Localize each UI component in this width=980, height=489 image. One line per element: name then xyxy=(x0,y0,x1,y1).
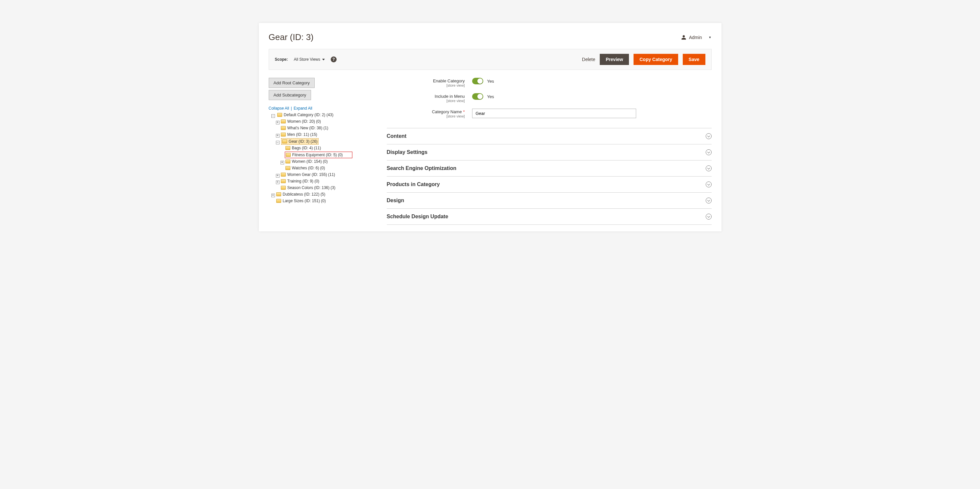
tree-toggle[interactable]: – xyxy=(276,141,280,144)
folder-icon xyxy=(277,113,282,117)
folder-icon xyxy=(285,146,290,150)
folder-icon xyxy=(285,159,290,163)
preview-button[interactable]: Preview xyxy=(600,54,629,65)
page-title: Gear (ID: 3) xyxy=(269,32,313,42)
chevron-down-icon xyxy=(706,149,712,155)
help-icon[interactable]: ? xyxy=(331,56,337,62)
tree-toggle[interactable]: + xyxy=(276,174,280,178)
folder-icon xyxy=(281,126,286,130)
content: Add Root Category Add Subcategory Collap… xyxy=(259,70,721,225)
include-in-menu-value: Yes xyxy=(487,94,494,99)
admin-user-label: Admin xyxy=(689,35,702,40)
tree-node-men[interactable]: Men (ID: 11) (15) xyxy=(280,132,318,137)
expand-all-link[interactable]: Expand All xyxy=(294,106,312,111)
chevron-down-icon xyxy=(706,213,712,220)
scope-selector[interactable]: All Store Views xyxy=(294,57,325,62)
caret-down-icon: ▼ xyxy=(709,36,712,39)
scope-label: Scope: xyxy=(275,57,288,62)
tree-node-fitness-equipment[interactable]: Fitness Equipment (ID: 5) (0) xyxy=(285,151,352,158)
add-root-category-button[interactable]: Add Root Category xyxy=(269,78,315,88)
tree-node-gear[interactable]: Gear (ID: 3) (26) xyxy=(281,138,318,145)
folder-icon xyxy=(281,173,286,177)
category-tree: – Default Category (ID: 2) (43) +Women (… xyxy=(269,112,380,204)
chevron-down-icon xyxy=(706,198,712,204)
user-icon xyxy=(681,35,686,40)
fieldset-content[interactable]: Content xyxy=(387,128,712,144)
page-wrapper: Gear (ID: 3) Admin ▼ Scope: All Store Vi… xyxy=(259,23,721,231)
category-name-input[interactable] xyxy=(472,108,636,118)
folder-icon xyxy=(286,153,291,157)
toolbar: Scope: All Store Views ? Delete Preview … xyxy=(269,49,712,70)
folder-icon xyxy=(285,166,290,170)
tree-toggle[interactable]: + xyxy=(276,121,280,124)
tree-node-women-sub[interactable]: Women (ID: 154) (0) xyxy=(285,159,328,164)
toolbar-left: Scope: All Store Views ? xyxy=(275,56,337,62)
fieldset-seo[interactable]: Search Engine Optimization xyxy=(387,160,712,176)
folder-icon xyxy=(276,192,281,196)
tree-node-bags[interactable]: Bags (ID: 4) (11) xyxy=(285,145,322,151)
include-in-menu-row: Include in Menu [store view] Yes xyxy=(387,93,712,103)
store-view-note: [store view] xyxy=(387,83,465,87)
tree-toggle[interactable]: – xyxy=(271,114,275,118)
sidebar: Add Root Category Add Subcategory Collap… xyxy=(269,78,380,225)
fieldset-design[interactable]: Design xyxy=(387,192,712,209)
folder-icon xyxy=(276,199,281,203)
add-subcategory-button[interactable]: Add Subcategory xyxy=(269,90,311,100)
tree-toggle[interactable]: + xyxy=(280,161,284,164)
tree-toggle[interactable]: + xyxy=(271,194,275,197)
store-view-note: [store view] xyxy=(387,99,465,103)
delete-button[interactable]: Delete xyxy=(582,57,595,62)
tree-toggle[interactable]: + xyxy=(276,180,280,184)
category-name-label: Category Name xyxy=(432,109,461,114)
tree-node-dublicatess[interactable]: Dublicatess (ID: 122) (5) xyxy=(275,191,326,197)
save-button[interactable]: Save xyxy=(683,54,705,65)
required-star: * xyxy=(463,109,465,114)
tree-node-season-colors[interactable]: Season Colors (ID: 136) (3) xyxy=(280,185,336,191)
chevron-down-icon xyxy=(706,182,712,187)
admin-user-menu[interactable]: Admin ▼ xyxy=(681,35,712,40)
copy-category-button[interactable]: Copy Category xyxy=(633,54,678,65)
enable-category-row: Enable Category [store view] Yes xyxy=(387,78,712,87)
folder-icon xyxy=(281,186,286,190)
main: Enable Category [store view] Yes Include… xyxy=(387,78,712,225)
tree-toggle[interactable]: + xyxy=(276,134,280,137)
tree-actions: Collapse All | Expand All xyxy=(269,106,380,111)
tree-node-women[interactable]: Women (ID: 20) (0) xyxy=(280,118,321,124)
tree-node-women-gear[interactable]: Women Gear (ID: 155) (11) xyxy=(280,172,336,178)
folder-icon xyxy=(282,140,287,143)
category-name-row: Category Name* [store view] xyxy=(387,108,712,118)
tree-node-large-sizes[interactable]: Large Sizes (ID: 151) (0) xyxy=(275,198,326,204)
tree-node-whats-new[interactable]: What's New (ID: 38) (1) xyxy=(280,125,329,131)
fieldset-display-settings[interactable]: Display Settings xyxy=(387,144,712,160)
folder-icon xyxy=(281,132,286,137)
chevron-down-icon xyxy=(706,166,712,171)
toolbar-right: Delete Preview Copy Category Save xyxy=(582,54,705,65)
folder-icon xyxy=(281,179,286,183)
enable-category-value: Yes xyxy=(487,79,494,84)
include-in-menu-toggle[interactable] xyxy=(472,93,483,100)
store-view-note: [store view] xyxy=(387,114,465,118)
tree-node-training[interactable]: Training (ID: 9) (0) xyxy=(280,178,320,184)
chevron-down-icon xyxy=(706,133,712,139)
enable-category-toggle[interactable] xyxy=(472,78,483,84)
fieldset-schedule-design-update[interactable]: Schedule Design Update xyxy=(387,209,712,225)
enable-category-label: Enable Category xyxy=(433,78,465,83)
fieldset-products-in-category[interactable]: Products in Category xyxy=(387,176,712,192)
tree-node-watches[interactable]: Watches (ID: 6) (0) xyxy=(285,165,326,171)
page-header: Gear (ID: 3) Admin ▼ xyxy=(259,23,721,49)
fieldsets: Content Display Settings Search Engine O… xyxy=(387,128,712,225)
include-in-menu-label: Include in Menu xyxy=(435,94,465,99)
collapse-all-link[interactable]: Collapse All xyxy=(269,106,290,111)
folder-icon xyxy=(281,119,286,123)
tree-node-default-category[interactable]: Default Category (ID: 2) (43) xyxy=(277,112,334,118)
separator: | xyxy=(291,106,292,111)
